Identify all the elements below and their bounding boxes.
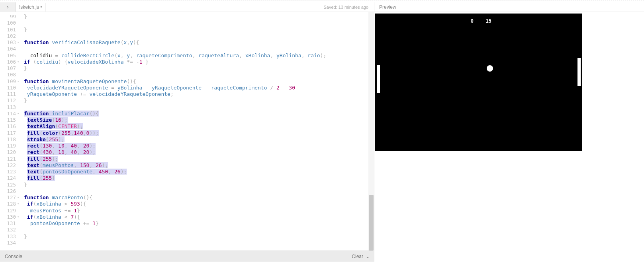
line-number: 125	[0, 182, 16, 188]
line-number: 105	[0, 52, 16, 59]
line-number: 117	[0, 130, 16, 136]
line-number: 132	[0, 227, 16, 233]
code-line[interactable]: yRaqueteOponente += velocidadeYRaqueteOp…	[24, 91, 374, 97]
line-number: 112	[0, 97, 16, 104]
code-line[interactable]: }	[24, 97, 374, 104]
code-line[interactable]: pontosDoOponente += 1}	[24, 220, 374, 227]
code-line[interactable]: function verificaColisaoRaquete(x,y){	[24, 39, 374, 46]
line-number: 100	[0, 20, 16, 26]
line-number: 110	[0, 85, 16, 91]
code-line[interactable]: if(xBolinha < 7){	[24, 214, 374, 220]
code-line[interactable]: textSize(16);	[24, 117, 374, 123]
line-number: 102	[0, 33, 16, 39]
line-number: 109	[0, 78, 16, 85]
line-number: 122	[0, 162, 16, 169]
console-bar[interactable]: Console Clear ⌄	[0, 251, 374, 262]
line-number: 120	[0, 149, 16, 155]
code-line[interactable]: stroke(255);	[24, 136, 374, 143]
code-line[interactable]: fill(color(255,140,0));	[24, 130, 374, 136]
code-editor[interactable]: 9910010110210310410510610710810911011111…	[0, 12, 374, 251]
clear-console-button[interactable]: Clear ⌄	[352, 254, 370, 259]
code-line[interactable]: meusPontos += 1}	[24, 208, 374, 214]
preview-label: Preview	[379, 4, 396, 10]
paddle-right	[577, 58, 581, 86]
file-tab-label: !sketch.js	[19, 4, 39, 10]
paddle-left	[377, 65, 380, 93]
line-number: 129	[0, 208, 16, 214]
code-line[interactable]	[24, 20, 374, 26]
game-canvas: 0 15	[375, 14, 582, 151]
line-number: 107	[0, 65, 16, 72]
code-line[interactable]: text(meusPontos, 150, 26);	[24, 162, 374, 169]
sidebar-toggle-button[interactable]: ›	[0, 2, 16, 12]
code-line[interactable]: }	[24, 182, 374, 188]
code-line[interactable]	[24, 33, 374, 39]
canvas-wrap: 0 15	[374, 12, 644, 151]
code-line[interactable]: function movimentaRaqueteOponente(){	[24, 78, 374, 85]
console-label: Console	[5, 254, 22, 259]
ball	[487, 65, 493, 72]
code-line[interactable]: colidiu = collideRectCircle(x, y, raquet…	[24, 52, 374, 59]
line-number: 128	[0, 201, 16, 207]
code-line[interactable]	[24, 188, 374, 194]
code-line[interactable]: rect(130, 10, 40, 20);	[24, 143, 374, 149]
line-number: 108	[0, 72, 16, 78]
file-tab[interactable]: !sketch.js •	[16, 3, 46, 12]
scrollbar-thumb[interactable]	[369, 195, 374, 251]
score-left: 0	[471, 18, 474, 24]
line-number: 119	[0, 143, 16, 149]
score-right: 15	[486, 18, 491, 24]
editor-pane: › !sketch.js • Saved: 13 minutes ago 991…	[0, 2, 374, 251]
line-number: 124	[0, 175, 16, 181]
code-line[interactable]: if(xBolinha > 593){	[24, 201, 374, 207]
save-status: Saved: 13 minutes ago	[323, 5, 374, 10]
code-content[interactable]: }}function verificaColisaoRaquete(x,y){ …	[19, 12, 374, 251]
preview-header: Preview	[374, 2, 644, 12]
code-line[interactable]: function marcaPonto(){	[24, 194, 374, 201]
code-line[interactable]: if (colidiu) {velocidadeXBolinha *= -1 }	[24, 59, 374, 65]
line-number: 134	[0, 240, 16, 246]
dirty-indicator-icon: •	[40, 4, 42, 10]
line-number: 133	[0, 233, 16, 240]
vertical-scrollbar[interactable]	[368, 12, 374, 251]
line-number: 99	[0, 14, 16, 20]
line-number: 104	[0, 46, 16, 52]
code-line[interactable]: fill(255)	[24, 175, 374, 181]
code-line[interactable]: rect(430, 10, 40, 20);	[24, 149, 374, 155]
line-number: 126	[0, 188, 16, 194]
chevron-right-icon: ›	[7, 4, 9, 10]
line-number: 111	[0, 91, 16, 97]
line-number: 123	[0, 169, 16, 175]
line-number: 118	[0, 136, 16, 143]
code-line[interactable]: function incluiPlacar(){	[24, 111, 374, 117]
line-gutter: 9910010110210310410510610710810911011111…	[0, 12, 19, 251]
code-line[interactable]	[24, 104, 374, 111]
line-number: 101	[0, 27, 16, 33]
code-line[interactable]: }	[24, 65, 374, 72]
code-line[interactable]: }	[24, 27, 374, 33]
line-number: 116	[0, 123, 16, 130]
line-number: 130	[0, 214, 16, 220]
line-number: 127	[0, 194, 16, 201]
clear-label: Clear	[352, 254, 363, 259]
code-line[interactable]	[24, 240, 374, 246]
code-line[interactable]: velocidadeYRaqueteOponente = yBolinha - …	[24, 85, 374, 91]
line-number: 106	[0, 59, 16, 65]
line-number: 115	[0, 117, 16, 123]
code-line[interactable]: textAlign(CENTER);	[24, 123, 374, 130]
main-split: › !sketch.js • Saved: 13 minutes ago 991…	[0, 2, 644, 251]
line-number: 131	[0, 220, 16, 227]
code-line[interactable]: fill(255);	[24, 156, 374, 162]
code-line[interactable]	[24, 46, 374, 52]
code-line[interactable]	[24, 72, 374, 78]
line-number: 113	[0, 104, 16, 111]
line-number: 121	[0, 156, 16, 162]
chevron-down-icon: ⌄	[366, 254, 370, 259]
code-line[interactable]: }	[24, 14, 374, 20]
code-line[interactable]: }	[24, 233, 374, 240]
code-line[interactable]	[24, 227, 374, 233]
editor-tab-bar: › !sketch.js • Saved: 13 minutes ago	[0, 2, 374, 12]
line-number: 114	[0, 111, 16, 117]
line-number: 103	[0, 39, 16, 46]
code-line[interactable]: text(pontosDoOponente, 450, 26);	[24, 169, 374, 175]
